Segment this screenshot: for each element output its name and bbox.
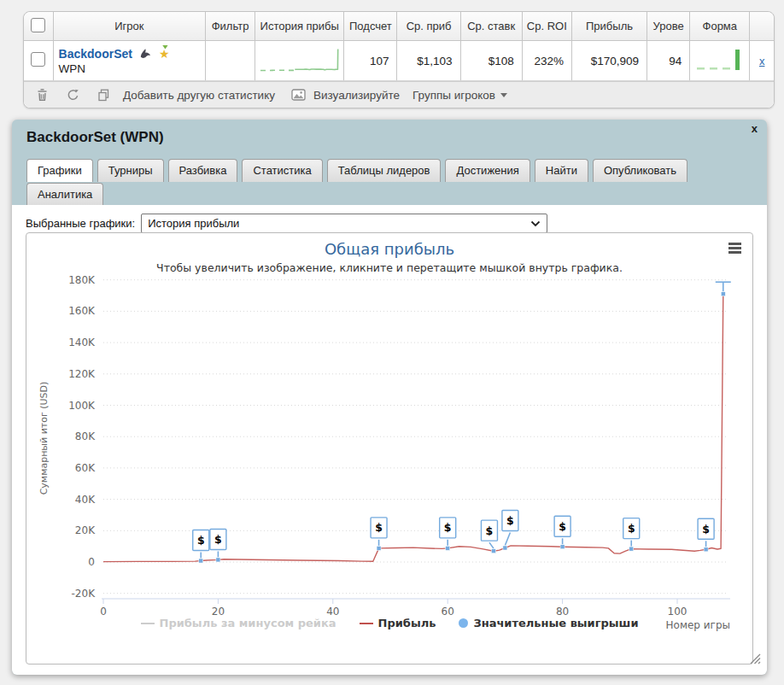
tab-find[interactable]: Найти xyxy=(535,159,588,182)
row-checkbox[interactable] xyxy=(31,52,45,67)
avg-roi-cell: 232% xyxy=(522,41,571,81)
svg-text:-20K: -20K xyxy=(72,588,97,600)
chart-title: Общая прибыль xyxy=(26,240,752,258)
big-wins-dot-swatch xyxy=(459,618,468,628)
select-all-checkbox[interactable] xyxy=(31,18,45,32)
col-avg-stake[interactable]: Ср. ставк xyxy=(460,12,522,41)
profit-chart[interactable]: Общая прибыль Чтобы увеличить изображени… xyxy=(26,232,753,665)
legend-label-profit: Прибыль xyxy=(378,617,436,629)
col-form[interactable]: Форма xyxy=(690,12,750,41)
remove-cell: x xyxy=(750,41,774,81)
tab-tournaments[interactable]: Турниры xyxy=(97,159,164,182)
svg-text:40: 40 xyxy=(326,606,339,618)
shark-icon xyxy=(138,48,153,60)
stats-table: Игрок Фильтр История прибы Подсчет Ср. п… xyxy=(24,12,774,81)
player-network: WPN xyxy=(59,62,200,75)
form-sparkline xyxy=(693,47,745,73)
selected-graphs-label: Выбранные графики: xyxy=(26,217,135,230)
svg-text:$: $ xyxy=(506,514,514,527)
player-cell: BackdoorSet ★ WPN xyxy=(53,41,205,81)
table-header-row: Игрок Фильтр История прибы Подсчет Ср. п… xyxy=(24,12,774,41)
profit-history-sparkline-cell[interactable] xyxy=(255,41,344,81)
col-player[interactable]: Игрок xyxy=(53,12,205,41)
avg-stake-cell: $108 xyxy=(460,41,522,81)
x-axis-title: Номер игры xyxy=(666,619,730,631)
col-avg-profit[interactable]: Ср. приб xyxy=(397,12,460,41)
col-avg-roi[interactable]: Ср. ROI xyxy=(522,12,571,41)
graph-select-row: Выбранные графики: История прибыли xyxy=(26,214,547,233)
tab-publish[interactable]: Опубликовать xyxy=(593,159,687,182)
legend-item-big-wins[interactable]: Значительные выигрыши xyxy=(459,617,638,629)
chart-plot-area[interactable]: -20K020K40K60K80K100K120K140K160K180K020… xyxy=(26,233,752,664)
svg-text:0: 0 xyxy=(88,556,95,568)
avg-profit-cell: $1,103 xyxy=(397,41,460,81)
svg-text:$: $ xyxy=(214,533,222,546)
svg-text:120K: 120K xyxy=(68,368,96,380)
add-statistic-button[interactable]: Добавить другую статистику xyxy=(123,89,275,102)
tab-statistics[interactable]: Статистика xyxy=(242,159,322,182)
visualize-button[interactable]: Визуализируйте xyxy=(313,89,400,102)
svg-text:100K: 100K xyxy=(68,400,96,412)
tabs-row-1: Графики Турниры Разбивка Статистика Табл… xyxy=(26,159,687,182)
form-sparkline-cell xyxy=(690,41,750,81)
svg-text:$: $ xyxy=(486,524,494,537)
panel-close-button[interactable]: x xyxy=(752,122,758,135)
col-count[interactable]: Подсчет xyxy=(344,12,397,41)
svg-text:20: 20 xyxy=(212,606,225,618)
remove-row-link[interactable]: x xyxy=(759,55,765,67)
graph-select-value: История прибыли xyxy=(148,217,239,230)
legend-label-big-wins: Значительные выигрыши xyxy=(473,617,638,629)
row-checkbox-cell xyxy=(24,41,53,81)
svg-text:$: $ xyxy=(702,523,710,536)
refresh-icon[interactable] xyxy=(67,89,79,102)
legend-item-profit[interactable]: Прибыль xyxy=(360,617,436,629)
profit-cell: $170,909 xyxy=(571,41,647,81)
svg-text:$: $ xyxy=(444,521,452,534)
svg-text:180K: 180K xyxy=(68,274,96,286)
col-filter[interactable]: Фильтр xyxy=(205,12,255,41)
legend-label-rake: Прибыль за минусом рейка xyxy=(160,617,336,629)
trash-icon[interactable] xyxy=(36,88,49,102)
player-groups-label: Группы игроков xyxy=(412,89,495,102)
stats-table-card: Игрок Фильтр История прибы Подсчет Ср. п… xyxy=(23,11,775,108)
filter-cell[interactable] xyxy=(205,41,255,81)
svg-text:$: $ xyxy=(559,520,566,533)
tab-leaderboards[interactable]: Таблицы лидеров xyxy=(327,159,442,182)
tab-analytics[interactable]: Аналитика xyxy=(26,183,103,206)
col-profit-history[interactable]: История прибы xyxy=(255,12,344,41)
ability-cell: 94 xyxy=(647,41,690,81)
col-ability[interactable]: Урове xyxy=(647,12,690,41)
rake-line-swatch xyxy=(141,623,155,624)
tab-breakdown[interactable]: Разбивка xyxy=(168,159,238,182)
chevron-down-icon xyxy=(500,93,507,97)
tab-achievements[interactable]: Достижения xyxy=(445,159,529,182)
svg-text:60K: 60K xyxy=(75,462,96,474)
star-badge-icon: ★ xyxy=(159,49,170,59)
legend-item-rake[interactable]: Прибыль за минусом рейка xyxy=(141,617,336,629)
chart-subtitle: Чтобы увеличить изображение, кликните и … xyxy=(26,261,752,274)
count-cell: 107 xyxy=(344,41,397,81)
svg-text:160K: 160K xyxy=(68,305,96,317)
table-toolbar: Добавить другую статистику Визуализируйт… xyxy=(24,81,774,108)
copy-icon[interactable] xyxy=(97,89,110,102)
svg-text:140K: 140K xyxy=(68,337,96,348)
image-icon[interactable] xyxy=(291,89,306,101)
player-groups-dropdown[interactable]: Группы игроков xyxy=(412,89,507,102)
svg-text:100: 100 xyxy=(668,606,687,618)
chart-legend: Прибыль за минусом рейка Прибыль Значите… xyxy=(26,617,752,629)
player-panel: BackdoorSet (WPN) x Графики Турниры Разб… xyxy=(12,120,767,675)
resize-grip[interactable] xyxy=(750,653,761,668)
player-row: BackdoorSet ★ WPN 107 $1,103 $108 232% xyxy=(24,41,774,81)
svg-text:$: $ xyxy=(375,521,383,534)
panel-content: Выбранные графики: История прибыли Общая… xyxy=(12,205,767,675)
graph-select[interactable]: История прибыли xyxy=(141,214,547,233)
tab-graphs[interactable]: Графики xyxy=(26,159,93,182)
chart-menu-icon[interactable] xyxy=(728,243,741,255)
svg-text:$: $ xyxy=(197,534,205,547)
player-link[interactable]: BackdoorSet xyxy=(59,47,132,61)
svg-text:80K: 80K xyxy=(75,430,96,442)
tabs-row-2: Аналитика xyxy=(26,183,103,206)
profit-history-sparkline xyxy=(257,44,341,75)
svg-text:20K: 20K xyxy=(75,524,96,536)
col-profit[interactable]: Прибыль xyxy=(571,12,647,41)
